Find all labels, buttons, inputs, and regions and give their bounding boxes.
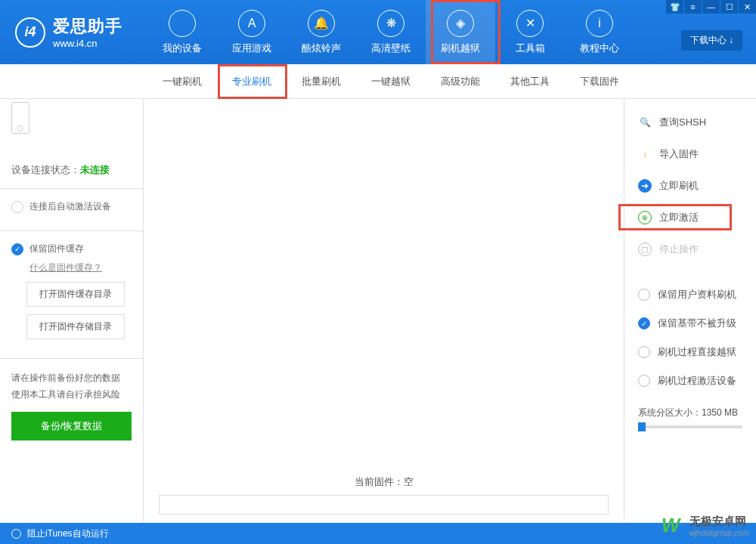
itunes-block-label: 阻止iTunes自动运行: [27, 527, 109, 540]
info-icon: i: [586, 10, 613, 37]
warn-line1: 请在操作前备份好您的数据: [11, 370, 132, 387]
nav-my-device[interactable]: 我的设备: [147, 0, 217, 64]
radio-icon: [638, 375, 650, 387]
nav-flash-jailbreak[interactable]: ◈刷机越狱: [426, 0, 495, 64]
tab-other-tools[interactable]: 其他工具: [495, 64, 565, 98]
right-panel: 🔍查询SHSH ↓导入固件 ➜立即刷机 ⊕立即激活 ◻停止操作 保留用户资料刷机…: [624, 99, 756, 522]
watermark: W 无极安卓网 wjhotelgroup.com: [662, 514, 748, 538]
apps-icon: A: [238, 10, 265, 37]
opt-keep-userdata[interactable]: 保留用户资料刷机: [624, 280, 756, 309]
app-title: 爱思助手: [53, 15, 122, 38]
import-firmware-button[interactable]: ↓导入固件: [624, 138, 756, 170]
stop-button: ◻停止操作: [624, 233, 756, 265]
subnav: 一键刷机 专业刷机 批量刷机 一键越狱 高级功能 其他工具 下载固件: [0, 64, 756, 99]
checkbox-icon: [11, 201, 23, 213]
window-controls: 👕 ≡ — ☐ ✕: [665, 0, 756, 14]
query-shsh-button[interactable]: 🔍查询SHSH: [624, 107, 756, 138]
skin-button[interactable]: 👕: [666, 0, 683, 14]
warn-line2: 使用本工具请自行承担风险: [11, 387, 132, 403]
firmware-bar: 当前固件：空: [159, 475, 609, 515]
device-image: [0, 99, 143, 137]
box-icon: ◈: [447, 10, 474, 37]
tab-batch-flash[interactable]: 批量刷机: [287, 64, 356, 98]
opt-keep-baseband[interactable]: 保留基带不被升级: [624, 309, 756, 338]
main-area: 当前固件：空: [144, 99, 624, 522]
opt-jailbreak-during[interactable]: 刷机过程直接越狱: [624, 338, 756, 366]
itunes-block-checkbox[interactable]: [11, 529, 21, 539]
nav-toolbox[interactable]: ✕工具箱: [495, 0, 565, 64]
radio-icon: [638, 346, 650, 358]
sidebar: 设备连接状态：未连接 连接后自动激活设备 保留固件缓存 什么是固件缓存？ 打开固…: [0, 99, 144, 522]
checkbox-checked-icon: [11, 243, 23, 255]
phone-icon: [11, 102, 29, 134]
flower-icon: ❋: [377, 10, 404, 37]
logo-icon: i4: [15, 17, 45, 48]
radio-icon: [638, 289, 650, 301]
auto-activate-checkbox-row[interactable]: 连接后自动激活设备: [11, 200, 132, 213]
close-button[interactable]: ✕: [739, 0, 756, 14]
download-center-button[interactable]: 下载中心 ↓: [681, 30, 742, 51]
watermark-name: 无极安卓网: [689, 515, 748, 529]
firmware-value: 空: [404, 476, 414, 487]
partition-size: 系统分区大小：1350 MB: [624, 395, 756, 440]
watermark-url: wjhotelgroup.com: [689, 529, 748, 537]
header: i4 爱思助手 www.i4.cn 我的设备 A应用游戏 🔔酷炫铃声 ❋高清壁纸…: [0, 0, 756, 64]
apple-icon: [169, 10, 196, 37]
connection-status-section: 设备连接状态：未连接: [0, 152, 143, 188]
app-url: www.i4.cn: [53, 38, 122, 49]
slider-thumb[interactable]: [638, 422, 646, 431]
nav-apps[interactable]: A应用游戏: [217, 0, 287, 64]
arrow-icon: ➜: [638, 179, 652, 193]
bell-icon: 🔔: [308, 10, 335, 37]
auto-activate-section: 连接后自动激活设备: [0, 188, 143, 230]
open-cache-dir-button[interactable]: 打开固件缓存目录: [26, 282, 125, 307]
stop-icon: ◻: [638, 243, 652, 256]
nav-tutorials[interactable]: i教程中心: [565, 0, 634, 64]
menu-button[interactable]: ≡: [684, 0, 702, 14]
tab-oneclick-jailbreak[interactable]: 一键越狱: [356, 64, 426, 98]
firmware-label-row: 当前固件：空: [159, 475, 609, 489]
footer: 阻止iTunes自动运行: [0, 523, 756, 544]
partition-slider[interactable]: [638, 425, 742, 428]
globe-icon: ⊕: [638, 211, 652, 224]
auto-activate-label: 连接后自动激活设备: [29, 200, 111, 213]
tab-advanced[interactable]: 高级功能: [426, 64, 495, 98]
logo-text: 爱思助手 www.i4.cn: [53, 15, 122, 49]
separator: [624, 265, 756, 280]
activate-now-button[interactable]: ⊕立即激活: [624, 202, 756, 233]
search-icon: 🔍: [638, 116, 652, 129]
keep-cache-checkbox-row[interactable]: 保留固件缓存: [11, 243, 132, 255]
cache-section: 保留固件缓存 什么是固件缓存？ 打开固件缓存目录 打开固件存储目录: [0, 230, 143, 358]
radio-checked-icon: [638, 317, 650, 329]
backup-section: 请在操作前备份好您的数据 使用本工具请自行承担风险 备份/恢复数据: [0, 358, 143, 452]
keep-cache-label: 保留固件缓存: [29, 243, 84, 255]
tab-download-firmware[interactable]: 下载固件: [565, 64, 634, 98]
open-store-dir-button[interactable]: 打开固件存储目录: [26, 314, 125, 339]
firmware-input[interactable]: [159, 495, 609, 515]
backup-restore-button[interactable]: 备份/恢复数据: [11, 412, 132, 440]
tab-pro-flash[interactable]: 专业刷机: [217, 64, 287, 98]
download-icon: ↓: [638, 147, 652, 161]
body: 设备连接状态：未连接 连接后自动激活设备 保留固件缓存 什么是固件缓存？ 打开固…: [0, 99, 756, 522]
status-value: 未连接: [80, 164, 110, 175]
watermark-icon: W: [662, 514, 686, 538]
opt-activate-during[interactable]: 刷机过程激活设备: [624, 366, 756, 395]
nav-ringtones[interactable]: 🔔酷炫铃声: [287, 0, 356, 64]
partition-value: 1350 MB: [702, 407, 738, 418]
maximize-button[interactable]: ☐: [720, 0, 738, 14]
tools-icon: ✕: [516, 10, 544, 37]
minimize-button[interactable]: —: [702, 0, 720, 14]
logo-area: i4 爱思助手 www.i4.cn: [0, 15, 147, 49]
nav-wallpapers[interactable]: ❋高清壁纸: [356, 0, 426, 64]
status-label: 设备连接状态：: [11, 164, 80, 175]
tab-oneclick-flash[interactable]: 一键刷机: [147, 64, 217, 98]
flash-now-button[interactable]: ➜立即刷机: [624, 170, 756, 202]
cache-help-link[interactable]: 什么是固件缓存？: [29, 261, 132, 274]
